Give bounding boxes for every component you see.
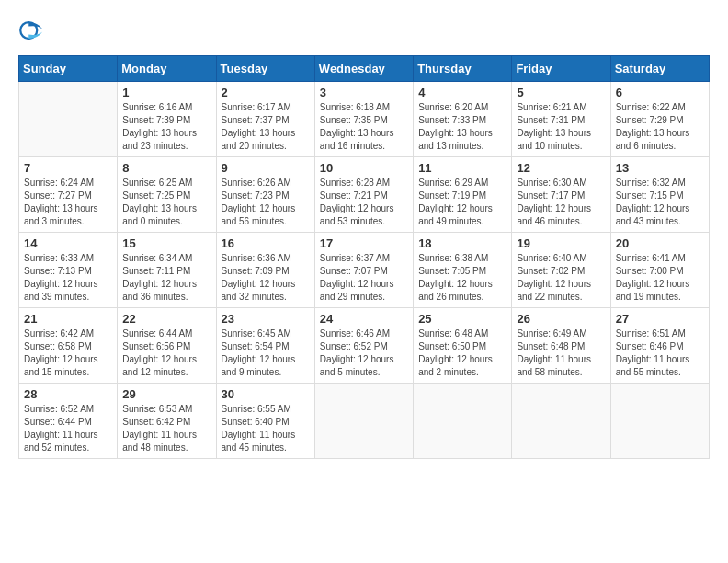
calendar-cell: 30Sunrise: 6:55 AMSunset: 6:40 PMDayligh…: [216, 384, 314, 459]
day-number: 12: [517, 161, 605, 175]
day-number: 4: [418, 86, 506, 99]
calendar-cell: 8Sunrise: 6:25 AMSunset: 7:25 PMDaylight…: [118, 157, 216, 233]
day-number: 3: [320, 86, 408, 99]
day-number: 29: [122, 387, 210, 401]
day-info: Sunrise: 6:26 AMSunset: 7:23 PMDaylight:…: [222, 177, 310, 228]
day-info: Sunrise: 6:34 AMSunset: 7:11 PMDaylight:…: [122, 252, 210, 304]
calendar-cell: [314, 384, 413, 459]
calendar-cell: 7Sunrise: 6:24 AMSunset: 7:27 PMDaylight…: [19, 157, 118, 233]
calendar-cell: 15Sunrise: 6:34 AMSunset: 7:11 PMDayligh…: [118, 233, 216, 308]
calendar-week-row: 21Sunrise: 6:42 AMSunset: 6:58 PMDayligh…: [19, 308, 710, 384]
day-number: 26: [517, 312, 605, 326]
calendar-cell: 13Sunrise: 6:32 AMSunset: 7:15 PMDayligh…: [610, 157, 709, 233]
calendar-cell: 9Sunrise: 6:26 AMSunset: 7:23 PMDaylight…: [216, 157, 314, 233]
day-number: 20: [616, 236, 704, 250]
day-info: Sunrise: 6:52 AMSunset: 6:44 PMDaylight:…: [24, 403, 112, 454]
day-number: 6: [616, 86, 704, 99]
day-info: Sunrise: 6:20 AMSunset: 7:33 PMDaylight:…: [418, 101, 506, 153]
calendar-cell: 25Sunrise: 6:48 AMSunset: 6:50 PMDayligh…: [414, 308, 512, 384]
calendar-header-row: SundayMondayTuesdayWednesdayThursdayFrid…: [19, 56, 710, 82]
logo-icon: [18, 17, 46, 44]
calendar-cell: 26Sunrise: 6:49 AMSunset: 6:48 PMDayligh…: [512, 308, 610, 384]
column-header-friday: Friday: [512, 56, 610, 82]
calendar-cell: 27Sunrise: 6:51 AMSunset: 6:46 PMDayligh…: [610, 308, 709, 384]
calendar-cell: 4Sunrise: 6:20 AMSunset: 7:33 PMDaylight…: [414, 82, 512, 157]
day-number: 8: [122, 161, 210, 175]
day-info: Sunrise: 6:40 AMSunset: 7:02 PMDaylight:…: [517, 252, 605, 304]
day-number: 22: [122, 312, 210, 326]
day-info: Sunrise: 6:28 AMSunset: 7:21 PMDaylight:…: [320, 177, 408, 228]
day-info: Sunrise: 6:55 AMSunset: 6:40 PMDaylight:…: [222, 403, 310, 454]
calendar-cell: [610, 384, 709, 459]
day-info: Sunrise: 6:49 AMSunset: 6:48 PMDaylight:…: [517, 327, 605, 379]
day-number: 15: [122, 236, 210, 250]
day-number: 16: [222, 236, 310, 250]
day-number: 5: [517, 86, 605, 99]
calendar-cell: 24Sunrise: 6:46 AMSunset: 6:52 PMDayligh…: [314, 308, 413, 384]
calendar-cell: 11Sunrise: 6:29 AMSunset: 7:19 PMDayligh…: [414, 157, 512, 233]
day-number: 27: [616, 312, 704, 326]
calendar-cell: 1Sunrise: 6:16 AMSunset: 7:39 PMDaylight…: [118, 82, 216, 157]
page-header: [18, 18, 710, 46]
day-number: 21: [24, 312, 112, 326]
column-header-tuesday: Tuesday: [216, 56, 314, 82]
calendar-cell: 3Sunrise: 6:18 AMSunset: 7:35 PMDaylight…: [314, 82, 413, 157]
calendar-cell: 21Sunrise: 6:42 AMSunset: 6:58 PMDayligh…: [19, 308, 118, 384]
day-info: Sunrise: 6:33 AMSunset: 7:13 PMDaylight:…: [24, 252, 112, 304]
day-info: Sunrise: 6:17 AMSunset: 7:37 PMDaylight:…: [222, 101, 310, 153]
day-info: Sunrise: 6:37 AMSunset: 7:07 PMDaylight:…: [320, 252, 408, 304]
day-number: 30: [222, 387, 310, 401]
day-info: Sunrise: 6:41 AMSunset: 7:00 PMDaylight:…: [616, 252, 704, 304]
day-number: 9: [222, 161, 310, 175]
column-header-wednesday: Wednesday: [314, 56, 413, 82]
calendar-table: SundayMondayTuesdayWednesdayThursdayFrid…: [18, 55, 710, 459]
day-number: 17: [320, 236, 408, 250]
calendar-cell: 22Sunrise: 6:44 AMSunset: 6:56 PMDayligh…: [118, 308, 216, 384]
day-info: Sunrise: 6:22 AMSunset: 7:29 PMDaylight:…: [616, 101, 704, 153]
day-info: Sunrise: 6:51 AMSunset: 6:46 PMDaylight:…: [616, 327, 704, 379]
column-header-sunday: Sunday: [19, 56, 118, 82]
calendar-cell: 10Sunrise: 6:28 AMSunset: 7:21 PMDayligh…: [314, 157, 413, 233]
day-info: Sunrise: 6:45 AMSunset: 6:54 PMDaylight:…: [222, 327, 310, 379]
calendar-cell: 20Sunrise: 6:41 AMSunset: 7:00 PMDayligh…: [610, 233, 709, 308]
day-number: 13: [616, 161, 704, 175]
day-info: Sunrise: 6:44 AMSunset: 6:56 PMDaylight:…: [122, 327, 210, 379]
calendar-cell: 28Sunrise: 6:52 AMSunset: 6:44 PMDayligh…: [19, 384, 118, 459]
day-number: 1: [122, 86, 210, 99]
day-number: 24: [320, 312, 408, 326]
calendar-cell: 29Sunrise: 6:53 AMSunset: 6:42 PMDayligh…: [118, 384, 216, 459]
calendar-cell: 12Sunrise: 6:30 AMSunset: 7:17 PMDayligh…: [512, 157, 610, 233]
day-info: Sunrise: 6:53 AMSunset: 6:42 PMDaylight:…: [122, 403, 210, 454]
day-number: 19: [517, 236, 605, 250]
day-info: Sunrise: 6:16 AMSunset: 7:39 PMDaylight:…: [122, 101, 210, 153]
day-number: 7: [24, 161, 112, 175]
calendar-week-row: 7Sunrise: 6:24 AMSunset: 7:27 PMDaylight…: [19, 157, 710, 233]
day-number: 11: [418, 161, 506, 175]
calendar-week-row: 1Sunrise: 6:16 AMSunset: 7:39 PMDaylight…: [19, 82, 710, 157]
calendar-cell: [512, 384, 610, 459]
calendar-week-row: 14Sunrise: 6:33 AMSunset: 7:13 PMDayligh…: [19, 233, 710, 308]
calendar-week-row: 28Sunrise: 6:52 AMSunset: 6:44 PMDayligh…: [19, 384, 710, 459]
calendar-cell: 6Sunrise: 6:22 AMSunset: 7:29 PMDaylight…: [610, 82, 709, 157]
day-info: Sunrise: 6:32 AMSunset: 7:15 PMDaylight:…: [616, 177, 704, 228]
day-info: Sunrise: 6:29 AMSunset: 7:19 PMDaylight:…: [418, 177, 506, 228]
day-info: Sunrise: 6:21 AMSunset: 7:31 PMDaylight:…: [517, 101, 605, 153]
day-number: 18: [418, 236, 506, 250]
day-info: Sunrise: 6:42 AMSunset: 6:58 PMDaylight:…: [24, 327, 112, 379]
day-number: 10: [320, 161, 408, 175]
calendar-cell: 16Sunrise: 6:36 AMSunset: 7:09 PMDayligh…: [216, 233, 314, 308]
day-info: Sunrise: 6:25 AMSunset: 7:25 PMDaylight:…: [122, 177, 210, 228]
day-number: 25: [418, 312, 506, 326]
day-info: Sunrise: 6:48 AMSunset: 6:50 PMDaylight:…: [418, 327, 506, 379]
calendar-cell: 19Sunrise: 6:40 AMSunset: 7:02 PMDayligh…: [512, 233, 610, 308]
column-header-monday: Monday: [118, 56, 216, 82]
column-header-thursday: Thursday: [414, 56, 512, 82]
day-number: 23: [222, 312, 310, 326]
day-info: Sunrise: 6:24 AMSunset: 7:27 PMDaylight:…: [24, 177, 112, 228]
day-number: 2: [222, 86, 310, 99]
day-info: Sunrise: 6:18 AMSunset: 7:35 PMDaylight:…: [320, 101, 408, 153]
calendar-cell: 18Sunrise: 6:38 AMSunset: 7:05 PMDayligh…: [414, 233, 512, 308]
day-info: Sunrise: 6:30 AMSunset: 7:17 PMDaylight:…: [517, 177, 605, 228]
calendar-cell: 5Sunrise: 6:21 AMSunset: 7:31 PMDaylight…: [512, 82, 610, 157]
day-info: Sunrise: 6:46 AMSunset: 6:52 PMDaylight:…: [320, 327, 408, 379]
